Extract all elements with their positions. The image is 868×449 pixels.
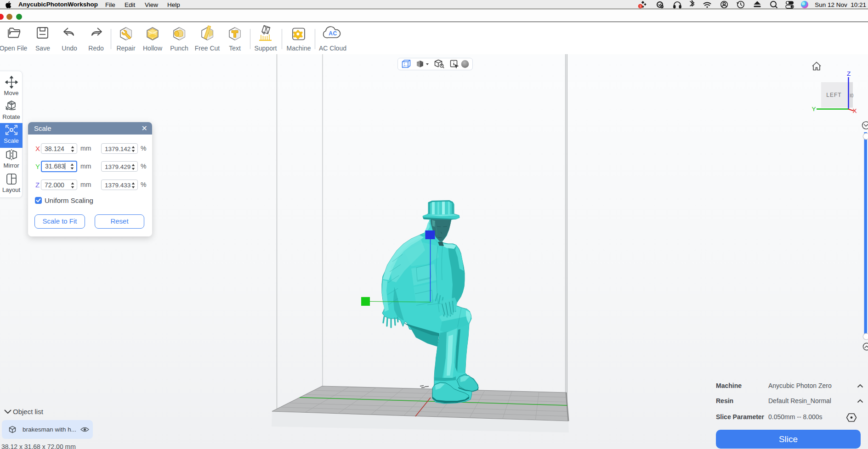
- svg-text:AC: AC: [329, 30, 337, 37]
- svg-text:LEFT: LEFT: [826, 92, 841, 98]
- svg-text:X: X: [852, 107, 857, 114]
- svg-text:Y: Y: [811, 106, 816, 112]
- svg-text:7: 7: [640, 5, 641, 9]
- svg-text:Z: Z: [847, 70, 851, 77]
- svg-text:I0: I0: [850, 93, 854, 98]
